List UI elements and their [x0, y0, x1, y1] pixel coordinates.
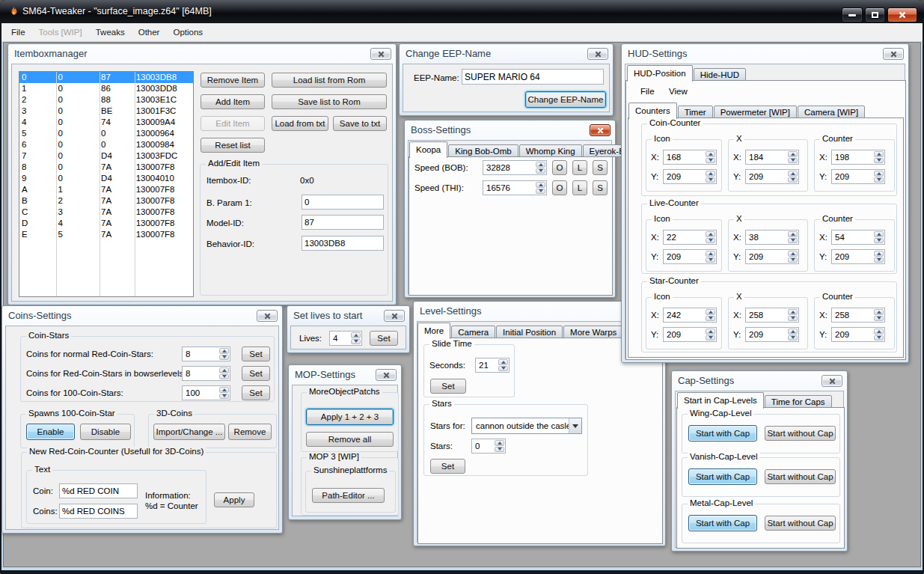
tab[interactable]: HUD-Position — [627, 65, 693, 82]
set-button[interactable]: Set — [242, 385, 270, 400]
start-without-cap-button[interactable]: Start without Cap — [765, 426, 836, 441]
s-button[interactable]: S — [593, 180, 608, 195]
spin-down-icon[interactable] — [706, 316, 715, 322]
start-without-cap-button[interactable]: Start without Cap — [765, 516, 836, 531]
coin-count-spinner[interactable] — [182, 385, 230, 400]
coin-count-spinner[interactable] — [182, 346, 230, 361]
apply-patches-button[interactable]: Apply 1 + 2 + 3 — [306, 409, 394, 425]
model-id-input[interactable] — [302, 215, 384, 230]
x-input[interactable] — [664, 230, 705, 244]
y-input[interactable] — [746, 250, 787, 263]
y-input[interactable] — [746, 328, 787, 341]
load-from-txt-button[interactable]: Load from txt — [272, 116, 328, 131]
spin-down-icon[interactable] — [219, 355, 229, 361]
y-spinner[interactable] — [831, 327, 885, 342]
spin-down-icon[interactable] — [788, 335, 798, 341]
lives-input[interactable] — [330, 332, 350, 345]
x-input[interactable] — [664, 150, 705, 164]
table-row[interactable]: C 3 7A 130007F8 — [19, 207, 193, 218]
o-button[interactable]: O — [552, 160, 567, 175]
tab[interactable]: Time for Caps — [765, 395, 832, 408]
spin-down-icon[interactable] — [788, 257, 798, 263]
stars-for-dropdown[interactable]: cannon outside the casle — [471, 418, 582, 434]
table-row[interactable]: 3 0 BE 13001F3C — [19, 106, 193, 117]
spin-up-icon[interactable] — [874, 251, 884, 257]
tab[interactable]: Counters — [628, 103, 677, 119]
x-spinner[interactable] — [663, 150, 717, 165]
table-row[interactable]: 1 0 86 13003DD8 — [19, 83, 193, 94]
y-spinner[interactable] — [663, 249, 717, 264]
spin-down-icon[interactable] — [706, 158, 715, 164]
spin-up-icon[interactable] — [874, 151, 884, 157]
spin-down-icon[interactable] — [706, 257, 715, 263]
stars-input[interactable] — [472, 439, 494, 453]
spin-up-icon[interactable] — [788, 151, 798, 157]
apply-button[interactable]: Apply — [214, 492, 254, 507]
maximize-button[interactable] — [865, 7, 885, 22]
y-spinner[interactable] — [745, 169, 799, 184]
spin-up-icon[interactable] — [874, 309, 884, 315]
y-input[interactable] — [746, 170, 787, 183]
speed-spinner[interactable] — [483, 180, 547, 195]
close-icon[interactable] — [370, 48, 391, 60]
x-input[interactable] — [664, 308, 705, 322]
spin-down-icon[interactable] — [495, 447, 504, 453]
table-row[interactable]: 9 0 D4 13004010 — [19, 173, 193, 184]
tab[interactable]: Camera [WIP] — [798, 106, 865, 118]
spin-up-icon[interactable] — [874, 231, 884, 237]
seconds-spinner[interactable] — [475, 358, 510, 373]
coin-count-spinner[interactable] — [182, 366, 230, 381]
start-with-cap-button[interactable]: Start with Cap — [688, 468, 757, 485]
speed-spinner[interactable] — [483, 160, 547, 175]
spin-down-icon[interactable] — [351, 339, 361, 345]
spin-down-icon[interactable] — [706, 238, 715, 244]
stars-set-button[interactable]: Set — [430, 459, 465, 474]
edit-item-button[interactable]: Edit Item — [201, 116, 265, 131]
x-spinner[interactable] — [745, 308, 799, 323]
bparam-input[interactable] — [302, 195, 384, 210]
y-spinner[interactable] — [745, 327, 799, 342]
x-input[interactable] — [832, 308, 873, 322]
table-row[interactable]: 8 0 7A 130007F8 — [19, 162, 193, 173]
add-item-button[interactable]: Add Item — [201, 94, 265, 109]
table-row[interactable]: 5 0 0 13000964 — [19, 128, 193, 139]
tab[interactable]: King Bob-Omb — [448, 144, 518, 157]
x-spinner[interactable] — [663, 308, 717, 323]
change-eep-name-button[interactable]: Change EEP-Name — [525, 91, 606, 108]
lives-spinner[interactable] — [329, 331, 362, 346]
l-button[interactable]: L — [572, 180, 587, 195]
y-input[interactable] — [832, 170, 873, 183]
behavior-id-input[interactable] — [302, 236, 384, 251]
tab[interactable]: Start in Cap-Levels — [677, 392, 764, 409]
table-row[interactable]: A 1 7A 130007F8 — [19, 184, 193, 195]
x-input[interactable] — [746, 150, 787, 164]
spin-up-icon[interactable] — [874, 329, 884, 335]
disable-button[interactable]: Disable — [80, 424, 131, 440]
spin-up-icon[interactable] — [536, 162, 545, 168]
table-row[interactable]: 2 0 88 13003E1C — [19, 94, 193, 106]
tab[interactable]: More — [417, 323, 450, 339]
coin-count-input[interactable] — [183, 367, 218, 380]
menu-item[interactable]: File — [4, 25, 32, 40]
itembox-list[interactable]: 0 0 87 13003DB8 1 0 86 13003DD8 — [19, 71, 194, 297]
o-button[interactable]: O — [552, 180, 567, 195]
spin-up-icon[interactable] — [219, 387, 229, 393]
start-without-cap-button[interactable]: Start without Cap — [765, 469, 836, 484]
s-button[interactable]: S — [593, 160, 608, 175]
seconds-input[interactable] — [476, 358, 498, 372]
coin-count-input[interactable] — [183, 386, 218, 400]
spin-down-icon[interactable] — [874, 257, 884, 263]
spin-up-icon[interactable] — [498, 359, 508, 365]
x-spinner[interactable] — [663, 230, 717, 245]
spin-up-icon[interactable] — [706, 171, 715, 177]
spin-up-icon[interactable] — [788, 231, 798, 237]
spin-down-icon[interactable] — [874, 177, 884, 183]
start-with-cap-button[interactable]: Start with Cap — [688, 515, 757, 531]
close-icon[interactable] — [821, 375, 842, 387]
tab[interactable]: Hide-HUD — [694, 68, 746, 81]
spin-up-icon[interactable] — [706, 329, 715, 335]
hud-menu-view[interactable]: View — [669, 87, 688, 96]
menu-item[interactable]: Other — [132, 25, 167, 40]
x-spinner[interactable] — [745, 230, 799, 245]
table-row[interactable]: E 5 7A 130007F8 — [19, 229, 193, 240]
